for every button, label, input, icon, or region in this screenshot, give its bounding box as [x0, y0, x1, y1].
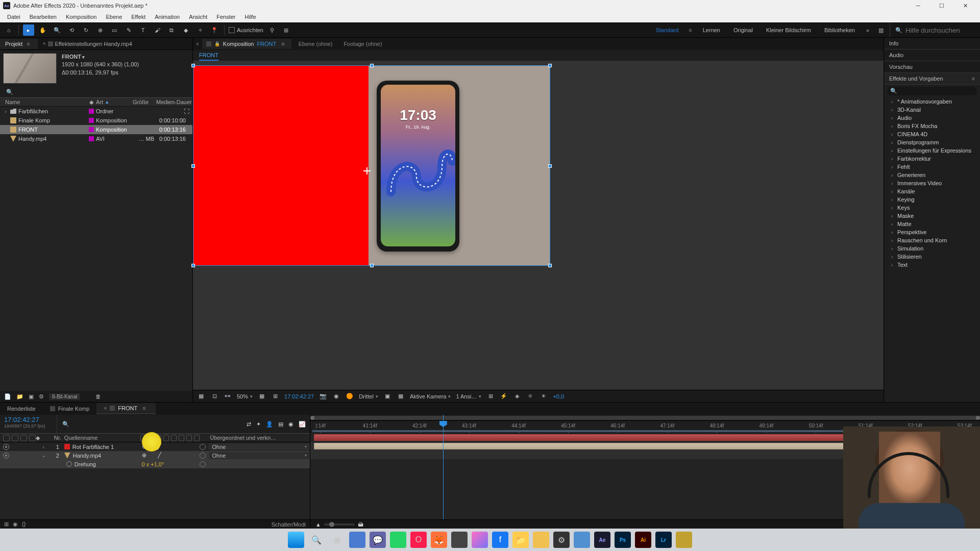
color-depth[interactable]: 8-Bit-Kanal	[49, 393, 80, 400]
quality-switch[interactable]: ╱	[158, 452, 161, 459]
color-mgmt-icon[interactable]: 🟠	[346, 392, 354, 400]
hand-tool[interactable]: ✋	[37, 24, 48, 36]
camera-select[interactable]: Aktive Kamera	[410, 393, 451, 399]
comp-name[interactable]: FRONT	[62, 53, 139, 61]
resolution-select[interactable]: Drittel	[359, 393, 378, 399]
zoom-slider[interactable]	[324, 523, 355, 525]
anchor-point-icon[interactable]	[363, 167, 371, 174]
reveal-icon[interactable]: ⛶	[184, 108, 189, 114]
project-item-comp[interactable]: FRONT Komposition 0:00:13:16	[0, 125, 192, 134]
taskbar-app[interactable]	[451, 532, 468, 548]
clone-tool[interactable]: ⧉	[166, 24, 177, 36]
zoom-tool[interactable]: 🔍	[52, 24, 63, 36]
fx-category[interactable]: Maske	[884, 212, 980, 220]
shy-switch[interactable]: ⊕	[142, 452, 146, 459]
puppet-tool[interactable]: 📍	[209, 24, 220, 36]
workspace-standard[interactable]: Standard	[651, 25, 684, 35]
toggle-modes-icon[interactable]: ◉	[13, 521, 18, 528]
layer-tab[interactable]: Ebene (ohne)	[295, 39, 337, 49]
render-queue-tab[interactable]: Renderliste	[0, 404, 43, 414]
lock-icon[interactable]: 🔒	[214, 41, 220, 46]
menu-window[interactable]: Fenster	[212, 13, 239, 21]
layer-name[interactable]: Rot Farbfläche 1	[72, 444, 114, 450]
taskbar-app[interactable]: 💬	[370, 532, 386, 548]
toggle-in-out-icon[interactable]: {}	[22, 521, 26, 528]
preview-panel-header[interactable]: Vorschau	[884, 61, 980, 73]
graph-editor-icon[interactable]: 📈	[299, 421, 306, 428]
motion-blur-icon[interactable]: ◉	[288, 421, 293, 428]
label-swatch[interactable]	[89, 127, 94, 132]
fx-category[interactable]: Einstellungen für Expressions	[884, 146, 980, 155]
fx-category[interactable]: Matte	[884, 220, 980, 228]
col-type[interactable]: Art	[96, 99, 103, 105]
audio-col-icon[interactable]	[12, 435, 18, 441]
col-parent[interactable]: Übergeordnet und verkn…	[200, 435, 310, 441]
menu-composition[interactable]: Komposition	[62, 13, 101, 21]
menu-animation[interactable]: Animation	[151, 13, 184, 21]
3d-icon[interactable]: ◈	[513, 392, 521, 400]
snapshot-icon[interactable]: 📷	[319, 392, 327, 400]
label-swatch[interactable]	[89, 109, 94, 114]
panel-menu-icon[interactable]: ≡	[972, 76, 975, 82]
roto-tool[interactable]: ✧	[194, 24, 206, 36]
close-icon[interactable]: ×	[43, 41, 46, 46]
snap-toggle[interactable]: Ausrichten	[229, 27, 263, 33]
minimize-button[interactable]: ─	[906, 0, 930, 11]
workspace-small[interactable]: Kleiner Bildschirm	[761, 25, 816, 35]
label-col-icon[interactable]: ◆	[36, 435, 40, 441]
help-search-input[interactable]	[905, 27, 977, 34]
solo-col-icon[interactable]	[20, 435, 27, 441]
draft3d-icon[interactable]: ✦	[256, 421, 261, 428]
timeline-tab[interactable]: Finale Komp	[43, 404, 97, 414]
fx-category[interactable]: Immersives Video	[884, 179, 980, 187]
effect-controls-tab[interactable]: ×Effekteinstellungen Handy.mp4	[38, 39, 137, 49]
channel-icon[interactable]: ⊡	[210, 392, 218, 400]
taskbar-app[interactable]	[533, 532, 549, 548]
toggle-switches-icon[interactable]: ⊞	[4, 521, 9, 528]
current-time-indicator[interactable]	[443, 415, 444, 433]
quality-col[interactable]	[156, 435, 161, 441]
project-search[interactable]: 🔍	[2, 88, 190, 96]
shy-icon[interactable]: 👤	[266, 421, 273, 428]
taskbar-whatsapp[interactable]	[390, 532, 406, 548]
menu-view[interactable]: Ansicht	[185, 13, 211, 21]
adjust-icon[interactable]: ⚙	[39, 393, 44, 400]
col-source[interactable]: Quellenname	[64, 435, 141, 441]
show-snapshot-icon[interactable]: ◉	[332, 392, 340, 400]
twirl-icon[interactable]: ⌄	[41, 452, 45, 459]
fx-category[interactable]: Fehlt	[884, 163, 980, 171]
renderer-icon[interactable]: ⚛	[526, 392, 534, 400]
fx-category[interactable]: CINEMA 4D	[884, 130, 980, 138]
anchor-tool[interactable]: ⊕	[94, 24, 106, 36]
guides-icon[interactable]: ⊞	[271, 392, 279, 400]
fx-category[interactable]: Text	[884, 261, 980, 269]
project-item-comp[interactable]: Finale Komp Komposition 0:00:10:00	[0, 116, 192, 125]
views-select[interactable]: 1 Ansi…	[456, 393, 481, 399]
workspace-options-icon[interactable]: ▥	[875, 24, 887, 36]
timeline-property[interactable]: Drehung 0 x +1,0°	[0, 460, 310, 468]
taskbar-app[interactable]: O	[410, 532, 427, 548]
info-panel-header[interactable]: Info	[884, 38, 980, 49]
fx-category[interactable]: Rauschen und Korn	[884, 236, 980, 244]
taskbar-messenger[interactable]	[472, 532, 488, 548]
snap-grid-icon[interactable]: ⊞	[281, 24, 292, 36]
tab-menu-icon[interactable]: ≡	[279, 41, 287, 47]
roi-icon[interactable]: ▣	[383, 392, 391, 400]
transparency-icon[interactable]: ▦	[397, 392, 405, 400]
project-item-footage[interactable]: Handy.mp4 AVI … MB 0:00:13:16	[0, 134, 192, 143]
workspace-libraries[interactable]: Bibliotheken	[819, 25, 860, 35]
shy-switch[interactable]: ⊕	[142, 443, 146, 450]
tab-menu-icon[interactable]: ≡	[140, 405, 148, 411]
close-button[interactable]: ✕	[953, 0, 977, 11]
fx-category[interactable]: Kanäle	[884, 187, 980, 195]
taskbar-widgets[interactable]	[349, 532, 365, 548]
help-search[interactable]: 🔍	[890, 23, 977, 37]
menu-edit[interactable]: Bearbeiten	[26, 13, 61, 21]
alpha-icon[interactable]: ▦	[197, 392, 205, 400]
taskbar-illustrator[interactable]: Ai	[635, 532, 651, 548]
project-item-folder[interactable]: ›Farbflächen Ordner ⛶	[0, 107, 192, 116]
col-duration[interactable]: Medien-Dauer	[156, 99, 192, 105]
lock-col-icon[interactable]	[29, 435, 36, 441]
breadcrumb-item[interactable]: FRONT	[199, 52, 218, 61]
zoom-in-icon[interactable]: 🏔	[358, 521, 363, 528]
